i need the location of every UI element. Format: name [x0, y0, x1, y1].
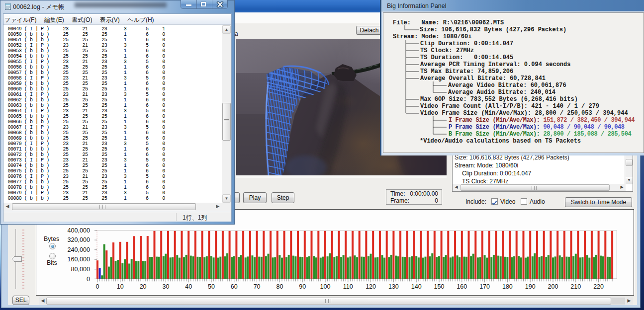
svg-text:210: 210: [570, 283, 581, 290]
svg-text:10: 10: [117, 283, 124, 290]
svg-text:190: 190: [525, 283, 536, 290]
svg-text:70: 70: [254, 283, 261, 290]
svg-text:110: 110: [343, 283, 353, 290]
svg-text:80: 80: [276, 283, 283, 290]
svg-text:130: 130: [388, 283, 399, 290]
svg-text:120: 120: [366, 283, 376, 290]
svg-text:180: 180: [502, 283, 513, 290]
svg-text:90: 90: [299, 283, 306, 290]
svg-text:80,000: 80,000: [71, 266, 90, 273]
svg-text:170: 170: [479, 283, 490, 290]
svg-text:240,000: 240,000: [67, 246, 90, 253]
svg-text:50: 50: [208, 283, 215, 290]
svg-text:30: 30: [162, 283, 169, 290]
svg-text:320,000: 320,000: [67, 236, 90, 243]
svg-text:0: 0: [96, 283, 99, 290]
svg-text:220: 220: [593, 283, 604, 290]
svg-text:60: 60: [231, 283, 238, 290]
svg-text:160,000: 160,000: [67, 256, 90, 263]
svg-text:140: 140: [411, 283, 422, 290]
svg-text:400,000: 400,000: [67, 227, 90, 234]
svg-text:200: 200: [548, 283, 558, 290]
svg-text:0: 0: [87, 276, 90, 283]
svg-text:100: 100: [320, 283, 331, 290]
svg-text:160: 160: [457, 283, 467, 290]
svg-text:40: 40: [185, 283, 192, 290]
svg-text:150: 150: [434, 283, 445, 290]
svg-text:20: 20: [140, 283, 147, 290]
